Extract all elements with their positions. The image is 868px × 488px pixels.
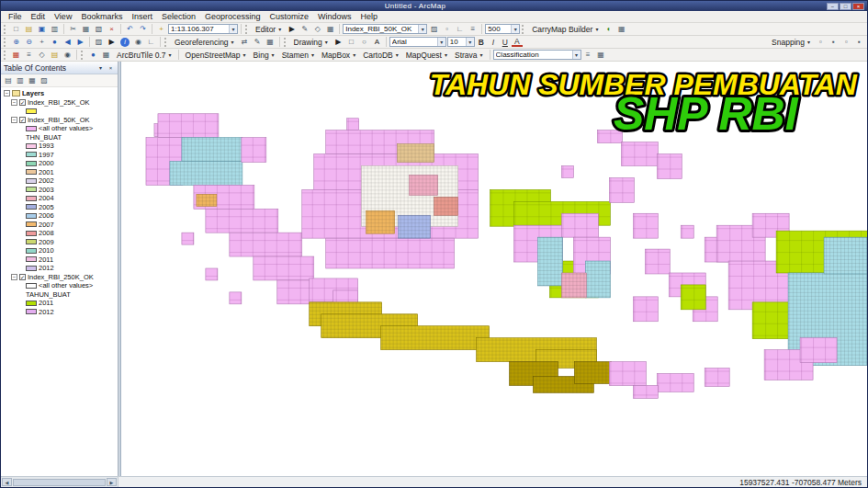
scroll-left-icon[interactable]: ◀ <box>2 478 12 486</box>
target-layer-combo[interactable]: Index_RBI_50K_OK ▾ <box>343 24 427 34</box>
snap-vertex-icon[interactable]: ▫ <box>840 37 852 48</box>
map-scale-combo[interactable]: 1:13.106.307 ▾ <box>168 24 238 34</box>
legend-class-row[interactable]: <all other values> <box>4 281 118 290</box>
arcbrutile-globe-icon[interactable]: ● <box>87 50 99 61</box>
list-by-source-icon[interactable]: ▥ <box>15 75 26 86</box>
toolbar-grip[interactable] <box>81 51 84 60</box>
sketch-tool-icon[interactable]: ✎ <box>299 24 310 35</box>
python-window-icon[interactable]: ≡ <box>23 50 35 61</box>
menu-geoprocessing[interactable]: Geoprocessing <box>200 11 265 22</box>
legend-class-row[interactable]: 2011 <box>4 255 118 265</box>
legend-class-row[interactable]: 2001 <box>4 168 118 177</box>
legend-class-row[interactable]: 2002 <box>4 176 118 186</box>
basemap-strava-menu[interactable]: Strava▾ <box>451 50 487 61</box>
new-map-icon[interactable]: □ <box>10 24 22 35</box>
basemap-openstreetmap-menu[interactable]: OpenStreetMap▾ <box>182 50 250 61</box>
arctoolbox-icon[interactable]: ▦ <box>10 50 22 61</box>
menu-bookmarks[interactable]: Bookmarks <box>76 11 127 22</box>
legend-class-row[interactable]: 2007 <box>4 221 118 230</box>
legend-class-row[interactable]: 2004 <box>4 194 118 203</box>
toolbar-grip[interactable] <box>245 25 248 34</box>
dropdown-arrow-icon[interactable]: ▾ <box>418 25 426 33</box>
layer-visibility-checkbox[interactable]: ✓ <box>19 274 26 280</box>
menu-customize[interactable]: Customize <box>265 11 314 22</box>
list-by-visibility-icon[interactable]: ▦ <box>27 75 38 86</box>
toc-layer-row[interactable]: −✓Index_RBI_50K_OK <box>4 116 118 125</box>
previous-extent-icon[interactable]: ◀ <box>62 37 73 48</box>
menu-edit[interactable]: Edit <box>27 11 51 22</box>
arcbrutile-menu[interactable]: ArcBruTile 0.7 ▾ <box>113 50 175 61</box>
toc-layer-row[interactable]: −✓Index_RBI_250K_OK <box>4 273 118 282</box>
cut-icon[interactable]: ✂ <box>67 24 79 35</box>
toc-close-icon[interactable]: × <box>107 63 115 72</box>
legend-class-row[interactable]: <all other values> <box>4 124 118 133</box>
legend-class-row[interactable]: 2000 <box>4 159 118 168</box>
menu-view[interactable]: View <box>50 11 76 22</box>
toc-layer-row[interactable]: −✓Index_RBI_25K_OK <box>4 98 118 108</box>
scroll-right-icon[interactable]: ▶ <box>107 478 117 486</box>
legend-class-row[interactable]: 2008 <box>4 229 118 238</box>
copy-icon[interactable]: ▦ <box>80 24 92 35</box>
menu-selection[interactable]: Selection <box>157 11 200 22</box>
catalog-icon[interactable]: ▤ <box>49 50 61 61</box>
legend-class-row[interactable]: 2010 <box>4 246 118 255</box>
dropdown-arrow-icon[interactable]: ▾ <box>229 25 237 33</box>
georef-table-icon[interactable]: ▦ <box>265 37 276 48</box>
font-size-combo[interactable]: 10 ▾ <box>447 37 475 47</box>
classification-combo[interactable]: Classification ▾ <box>493 50 581 60</box>
font-name-combo[interactable]: Arial ▾ <box>389 37 446 47</box>
draw-rectangle-icon[interactable]: □ <box>345 37 357 48</box>
toolbar-grip[interactable] <box>164 38 167 47</box>
legend-class-row[interactable]: 1993 <box>4 142 118 151</box>
georef-swap-icon[interactable]: ⇄ <box>239 37 251 48</box>
edit-tool-icon[interactable]: ▶ <box>286 24 298 35</box>
font-color-icon[interactable]: A <box>512 37 523 47</box>
collapse-icon[interactable]: − <box>11 117 17 123</box>
map-canvas[interactable]: TAHUN SUMBER PEMBUATAN SHP RBI <box>121 62 867 476</box>
legend-swatch-row[interactable] <box>4 107 118 116</box>
minimize-button[interactable]: − <box>827 3 839 10</box>
basemap-bing-menu[interactable]: Bing▾ <box>250 50 278 61</box>
search-icon[interactable]: ◉ <box>62 50 73 61</box>
open-icon[interactable]: ▤ <box>23 24 35 35</box>
print-icon[interactable]: ▥ <box>49 24 61 35</box>
basemap-cartodb-menu[interactable]: CartoDB▾ <box>359 50 402 61</box>
select-features-icon[interactable]: ▨ <box>93 37 105 48</box>
menu-windows[interactable]: Windows <box>313 11 356 22</box>
close-button[interactable]: × <box>852 3 864 10</box>
carrymap-settings-icon[interactable]: ▦ <box>615 24 627 35</box>
editor-menu[interactable]: Editor ▾ <box>252 24 285 35</box>
edit-vertices-icon[interactable]: ◇ <box>311 24 323 35</box>
sketch-properties-icon[interactable]: ≡ <box>467 24 479 35</box>
symbology-table-icon[interactable]: ▦ <box>595 50 607 61</box>
save-icon[interactable]: ▣ <box>36 24 48 35</box>
measure-icon[interactable]: ∟ <box>145 37 157 48</box>
dropdown-arrow-icon[interactable]: ▾ <box>466 38 474 46</box>
trace-tool-icon[interactable]: ∟ <box>454 24 466 35</box>
toolbar-grip[interactable] <box>4 38 6 47</box>
snap-point-icon[interactable]: ▫ <box>815 37 827 48</box>
legend-menu-icon[interactable]: ≡ <box>582 50 594 61</box>
add-data-icon[interactable]: + <box>155 24 167 35</box>
paste-icon[interactable]: ▧ <box>93 24 105 35</box>
toc-pin-icon[interactable]: ▾ <box>96 63 105 72</box>
basemap-mapquest-menu[interactable]: MapQuest▾ <box>402 50 451 61</box>
legend-class-row[interactable]: 2011 <box>4 299 118 308</box>
zoom-in-icon[interactable]: ⊕ <box>10 37 22 48</box>
full-extent-icon[interactable]: ● <box>49 37 61 48</box>
snap-end-icon[interactable]: ▪ <box>828 37 840 48</box>
menu-help[interactable]: Help <box>356 11 383 22</box>
collapse-icon[interactable]: − <box>11 274 17 280</box>
georeferencing-menu[interactable]: Georeferencing ▾ <box>171 37 238 48</box>
identify-icon[interactable]: i <box>120 38 130 47</box>
create-features-icon[interactable]: ▨ <box>428 24 440 35</box>
basemap-mapbox-menu[interactable]: MapBox▾ <box>318 50 359 61</box>
legend-class-row[interactable]: 2003 <box>4 186 118 195</box>
select-elements-icon[interactable]: ▶ <box>106 37 118 48</box>
legend-class-row[interactable]: 2005 <box>4 203 118 212</box>
toolbar-grip[interactable] <box>4 25 6 34</box>
legend-class-row[interactable]: 2009 <box>4 238 118 247</box>
pan-icon[interactable]: + <box>36 37 48 48</box>
next-extent-icon[interactable]: ▶ <box>74 37 86 48</box>
attributes-icon[interactable]: ▦ <box>324 24 336 35</box>
